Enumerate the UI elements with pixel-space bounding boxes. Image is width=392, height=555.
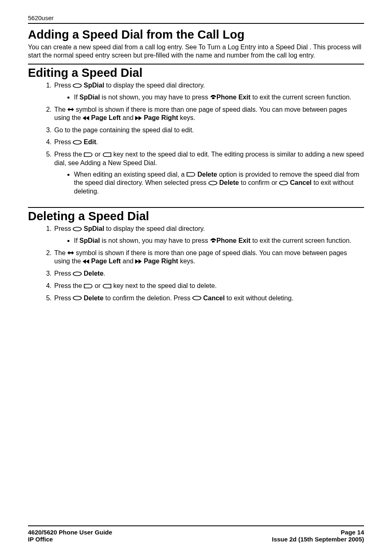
section-title-deleting: Deleting a Speed Dial xyxy=(28,210,364,223)
text: SpDial xyxy=(84,82,104,89)
text: or xyxy=(95,282,101,289)
text: and xyxy=(122,258,134,265)
text: Phone Exit xyxy=(217,237,251,244)
text: Press the xyxy=(54,282,82,289)
footer-page-number: Page 14 xyxy=(272,529,364,536)
footer-guide-title: 4620/5620 Phone User Guide xyxy=(28,529,112,536)
svg-point-1 xyxy=(73,140,81,144)
page-footer: 4620/5620 Phone User Guide IP Office Pag… xyxy=(28,525,364,543)
text: Page Right xyxy=(144,258,178,265)
text: Delete xyxy=(219,179,239,186)
fast-forward-icon xyxy=(135,258,142,266)
softkey-oval-icon xyxy=(73,138,82,147)
list-item: Press SpDial to display the speed dial d… xyxy=(53,225,364,245)
text: Delete xyxy=(197,171,217,178)
text: If xyxy=(74,237,78,244)
adding-body: You can create a new speed dial from a c… xyxy=(28,43,364,60)
list-item: If SpDial is not shown, you may have to … xyxy=(74,237,364,245)
text: to confirm the deletion. Press xyxy=(105,295,190,302)
svg-point-6 xyxy=(73,296,81,300)
text: Cancel xyxy=(203,295,224,302)
list-item: Go to the page containing the speed dial… xyxy=(53,126,364,134)
key-left-icon xyxy=(102,151,111,159)
softkey-oval-icon xyxy=(73,225,82,233)
text: SpDial xyxy=(79,94,100,101)
text: Press the xyxy=(54,151,82,158)
fast-forward-icon xyxy=(135,114,142,122)
key-right-icon xyxy=(84,151,93,159)
text: or xyxy=(95,151,101,158)
key-left-icon xyxy=(102,282,111,290)
rewind-icon xyxy=(83,114,89,122)
softkey-oval-icon xyxy=(73,82,82,90)
text: and xyxy=(122,114,134,121)
text: Delete xyxy=(84,295,104,302)
text: to exit the current screen function. xyxy=(252,94,351,101)
phone-icon xyxy=(210,94,217,102)
text: Press xyxy=(54,82,71,89)
text: Delete xyxy=(84,270,104,277)
text: Page Left xyxy=(91,114,121,121)
softkey-oval-icon xyxy=(73,294,82,302)
svg-point-2 xyxy=(209,181,217,185)
list-item: The symbol is shown if there is more tha… xyxy=(53,249,364,266)
text: to display the speed dial directory. xyxy=(106,82,205,89)
key-right-icon xyxy=(84,282,93,290)
phone-icon xyxy=(210,237,217,245)
running-header: 5620user xyxy=(28,14,364,24)
text: Phone Exit xyxy=(217,94,251,101)
softkey-oval-icon xyxy=(192,294,201,302)
list-item: Press the or key next to the speed dial … xyxy=(53,282,364,290)
text: key next to the speed dial to delete. xyxy=(113,282,217,289)
text: Press xyxy=(54,225,71,232)
svg-point-3 xyxy=(279,181,288,185)
list-item: Press Delete to confirm the deletion. Pr… xyxy=(53,294,364,303)
list-item: Press SpDial to display the speed dial d… xyxy=(53,81,364,102)
left-right-arrow-icon xyxy=(67,106,74,114)
svg-point-4 xyxy=(73,227,81,231)
text: SpDial xyxy=(79,237,100,244)
text: SpDial xyxy=(84,225,104,232)
text: The xyxy=(54,106,66,113)
softkey-oval-icon xyxy=(208,179,217,187)
section-title-adding: Adding a Speed Dial from the Call Log xyxy=(28,28,364,41)
text: Press xyxy=(54,295,71,302)
list-item: If SpDial is not shown, you may have to … xyxy=(74,93,364,102)
svg-point-5 xyxy=(73,272,81,276)
text: Page Right xyxy=(144,114,178,121)
text: The xyxy=(54,249,66,256)
text: Edit xyxy=(84,138,96,145)
text: Press xyxy=(54,138,71,145)
left-right-arrow-icon xyxy=(67,249,74,257)
text: If xyxy=(74,94,78,101)
list-item: Press Delete. xyxy=(53,269,364,278)
list-item: When editing an existing speed dial, a D… xyxy=(74,170,364,196)
list-item: Press the or key next to the speed dial … xyxy=(53,150,364,196)
text: Page Left xyxy=(91,258,121,265)
text: to display the speed dial directory. xyxy=(106,225,205,232)
softkey-oval-icon xyxy=(279,179,288,187)
footer-product: IP Office xyxy=(28,536,112,543)
list-item: Press Edit. xyxy=(53,138,364,147)
key-right-icon xyxy=(187,170,196,179)
text: to exit the current screen function. xyxy=(252,237,351,244)
svg-point-7 xyxy=(193,296,201,300)
text: keys. xyxy=(180,114,195,121)
text: to exit without deleting. xyxy=(226,295,293,302)
text: to confirm or xyxy=(241,179,277,186)
softkey-oval-icon xyxy=(73,270,82,278)
list-item: The symbol is shown if there is more tha… xyxy=(53,106,364,123)
text: When editing an existing speed dial, a xyxy=(74,171,185,178)
section-title-editing: Editing a Speed Dial xyxy=(28,66,364,80)
text: is not shown, you may have to press xyxy=(102,237,208,244)
text: key next to the speed dial to edit. The … xyxy=(54,151,364,166)
footer-issue: Issue 2d (15th September 2005) xyxy=(272,536,364,543)
text: keys. xyxy=(180,258,195,265)
text: Cancel xyxy=(290,179,311,186)
text: Press xyxy=(54,270,71,277)
svg-point-0 xyxy=(73,84,81,88)
text: is not shown, you may have to press xyxy=(102,94,208,101)
rewind-icon xyxy=(83,258,89,266)
